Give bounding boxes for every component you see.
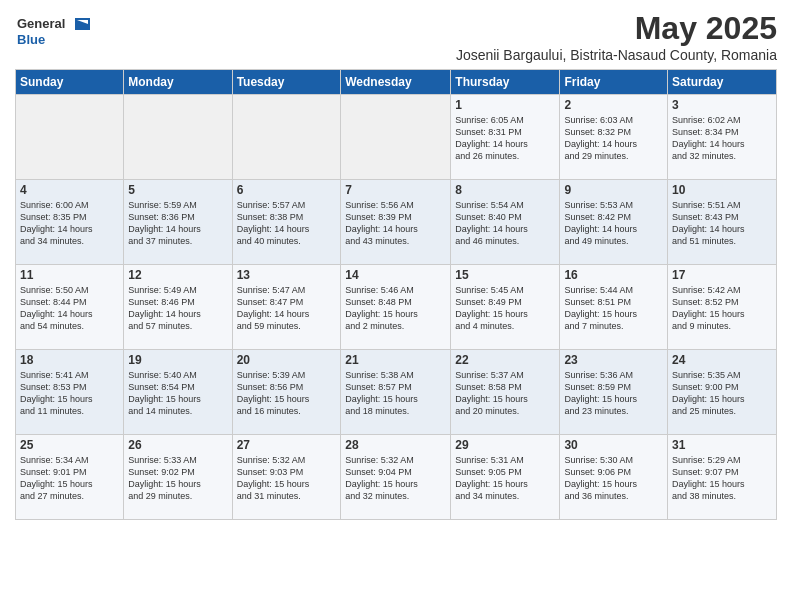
header-wednesday: Wednesday [341, 70, 451, 95]
svg-marker-1 [75, 18, 90, 30]
calendar-day: 5Sunrise: 5:59 AM Sunset: 8:36 PM Daylig… [124, 180, 232, 265]
calendar-day: 16Sunrise: 5:44 AM Sunset: 8:51 PM Dayli… [560, 265, 668, 350]
calendar-day: 3Sunrise: 6:02 AM Sunset: 8:34 PM Daylig… [668, 95, 777, 180]
page-header: General Blue May 2025 Josenii Bargaului,… [15, 10, 777, 63]
day-number: 18 [20, 353, 119, 367]
day-number: 27 [237, 438, 337, 452]
day-info: Sunrise: 5:45 AM Sunset: 8:49 PM Dayligh… [455, 284, 555, 333]
day-number: 6 [237, 183, 337, 197]
calendar-day: 9Sunrise: 5:53 AM Sunset: 8:42 PM Daylig… [560, 180, 668, 265]
day-number: 26 [128, 438, 227, 452]
day-info: Sunrise: 5:35 AM Sunset: 9:00 PM Dayligh… [672, 369, 772, 418]
svg-text:General: General [17, 16, 65, 31]
day-info: Sunrise: 5:38 AM Sunset: 8:57 PM Dayligh… [345, 369, 446, 418]
day-info: Sunrise: 5:32 AM Sunset: 9:03 PM Dayligh… [237, 454, 337, 503]
day-info: Sunrise: 5:33 AM Sunset: 9:02 PM Dayligh… [128, 454, 227, 503]
calendar-week-row: 18Sunrise: 5:41 AM Sunset: 8:53 PM Dayli… [16, 350, 777, 435]
calendar-week-row: 4Sunrise: 6:00 AM Sunset: 8:35 PM Daylig… [16, 180, 777, 265]
day-info: Sunrise: 5:53 AM Sunset: 8:42 PM Dayligh… [564, 199, 663, 248]
day-info: Sunrise: 5:49 AM Sunset: 8:46 PM Dayligh… [128, 284, 227, 333]
day-number: 15 [455, 268, 555, 282]
header-monday: Monday [124, 70, 232, 95]
day-number: 1 [455, 98, 555, 112]
calendar-day: 29Sunrise: 5:31 AM Sunset: 9:05 PM Dayli… [451, 435, 560, 520]
calendar-day: 11Sunrise: 5:50 AM Sunset: 8:44 PM Dayli… [16, 265, 124, 350]
day-info: Sunrise: 5:47 AM Sunset: 8:47 PM Dayligh… [237, 284, 337, 333]
day-number: 5 [128, 183, 227, 197]
header-thursday: Thursday [451, 70, 560, 95]
calendar-week-row: 1Sunrise: 6:05 AM Sunset: 8:31 PM Daylig… [16, 95, 777, 180]
day-number: 22 [455, 353, 555, 367]
calendar-day: 2Sunrise: 6:03 AM Sunset: 8:32 PM Daylig… [560, 95, 668, 180]
calendar-day: 4Sunrise: 6:00 AM Sunset: 8:35 PM Daylig… [16, 180, 124, 265]
day-number: 7 [345, 183, 446, 197]
calendar-day [124, 95, 232, 180]
calendar-day: 1Sunrise: 6:05 AM Sunset: 8:31 PM Daylig… [451, 95, 560, 180]
calendar-day: 31Sunrise: 5:29 AM Sunset: 9:07 PM Dayli… [668, 435, 777, 520]
calendar-day: 15Sunrise: 5:45 AM Sunset: 8:49 PM Dayli… [451, 265, 560, 350]
calendar-header-row: Sunday Monday Tuesday Wednesday Thursday… [16, 70, 777, 95]
day-info: Sunrise: 5:42 AM Sunset: 8:52 PM Dayligh… [672, 284, 772, 333]
day-number: 14 [345, 268, 446, 282]
day-number: 13 [237, 268, 337, 282]
subtitle: Josenii Bargaului, Bistrita-Nasaud Count… [456, 47, 777, 63]
day-number: 11 [20, 268, 119, 282]
day-number: 19 [128, 353, 227, 367]
page-container: General Blue May 2025 Josenii Bargaului,… [0, 0, 792, 530]
day-number: 24 [672, 353, 772, 367]
day-info: Sunrise: 6:02 AM Sunset: 8:34 PM Dayligh… [672, 114, 772, 163]
calendar-day: 14Sunrise: 5:46 AM Sunset: 8:48 PM Dayli… [341, 265, 451, 350]
day-info: Sunrise: 5:37 AM Sunset: 8:58 PM Dayligh… [455, 369, 555, 418]
day-number: 16 [564, 268, 663, 282]
header-sunday: Sunday [16, 70, 124, 95]
calendar-day: 24Sunrise: 5:35 AM Sunset: 9:00 PM Dayli… [668, 350, 777, 435]
day-number: 30 [564, 438, 663, 452]
day-info: Sunrise: 6:05 AM Sunset: 8:31 PM Dayligh… [455, 114, 555, 163]
header-friday: Friday [560, 70, 668, 95]
day-number: 21 [345, 353, 446, 367]
calendar-table: Sunday Monday Tuesday Wednesday Thursday… [15, 69, 777, 520]
calendar-day [16, 95, 124, 180]
logo: General Blue [15, 10, 95, 54]
day-number: 2 [564, 98, 663, 112]
calendar-day: 23Sunrise: 5:36 AM Sunset: 8:59 PM Dayli… [560, 350, 668, 435]
day-number: 9 [564, 183, 663, 197]
day-info: Sunrise: 5:56 AM Sunset: 8:39 PM Dayligh… [345, 199, 446, 248]
day-number: 4 [20, 183, 119, 197]
day-info: Sunrise: 6:03 AM Sunset: 8:32 PM Dayligh… [564, 114, 663, 163]
calendar-day: 12Sunrise: 5:49 AM Sunset: 8:46 PM Dayli… [124, 265, 232, 350]
day-info: Sunrise: 5:51 AM Sunset: 8:43 PM Dayligh… [672, 199, 772, 248]
day-info: Sunrise: 5:34 AM Sunset: 9:01 PM Dayligh… [20, 454, 119, 503]
day-info: Sunrise: 5:59 AM Sunset: 8:36 PM Dayligh… [128, 199, 227, 248]
day-info: Sunrise: 5:41 AM Sunset: 8:53 PM Dayligh… [20, 369, 119, 418]
logo-text: General Blue [15, 10, 95, 54]
calendar-day: 28Sunrise: 5:32 AM Sunset: 9:04 PM Dayli… [341, 435, 451, 520]
calendar-day: 26Sunrise: 5:33 AM Sunset: 9:02 PM Dayli… [124, 435, 232, 520]
calendar-day: 8Sunrise: 5:54 AM Sunset: 8:40 PM Daylig… [451, 180, 560, 265]
calendar-day: 25Sunrise: 5:34 AM Sunset: 9:01 PM Dayli… [16, 435, 124, 520]
calendar-day: 30Sunrise: 5:30 AM Sunset: 9:06 PM Dayli… [560, 435, 668, 520]
calendar-day: 21Sunrise: 5:38 AM Sunset: 8:57 PM Dayli… [341, 350, 451, 435]
calendar-day: 7Sunrise: 5:56 AM Sunset: 8:39 PM Daylig… [341, 180, 451, 265]
day-number: 10 [672, 183, 772, 197]
calendar-day: 19Sunrise: 5:40 AM Sunset: 8:54 PM Dayli… [124, 350, 232, 435]
main-title: May 2025 [456, 10, 777, 47]
day-number: 25 [20, 438, 119, 452]
calendar-day: 13Sunrise: 5:47 AM Sunset: 8:47 PM Dayli… [232, 265, 341, 350]
day-info: Sunrise: 5:40 AM Sunset: 8:54 PM Dayligh… [128, 369, 227, 418]
day-info: Sunrise: 5:44 AM Sunset: 8:51 PM Dayligh… [564, 284, 663, 333]
title-section: May 2025 Josenii Bargaului, Bistrita-Nas… [456, 10, 777, 63]
day-number: 3 [672, 98, 772, 112]
header-tuesday: Tuesday [232, 70, 341, 95]
day-number: 31 [672, 438, 772, 452]
day-info: Sunrise: 5:31 AM Sunset: 9:05 PM Dayligh… [455, 454, 555, 503]
day-number: 17 [672, 268, 772, 282]
calendar-day: 6Sunrise: 5:57 AM Sunset: 8:38 PM Daylig… [232, 180, 341, 265]
day-number: 12 [128, 268, 227, 282]
calendar-day: 10Sunrise: 5:51 AM Sunset: 8:43 PM Dayli… [668, 180, 777, 265]
calendar-day: 18Sunrise: 5:41 AM Sunset: 8:53 PM Dayli… [16, 350, 124, 435]
calendar-week-row: 11Sunrise: 5:50 AM Sunset: 8:44 PM Dayli… [16, 265, 777, 350]
day-number: 20 [237, 353, 337, 367]
day-info: Sunrise: 5:50 AM Sunset: 8:44 PM Dayligh… [20, 284, 119, 333]
calendar-day [232, 95, 341, 180]
